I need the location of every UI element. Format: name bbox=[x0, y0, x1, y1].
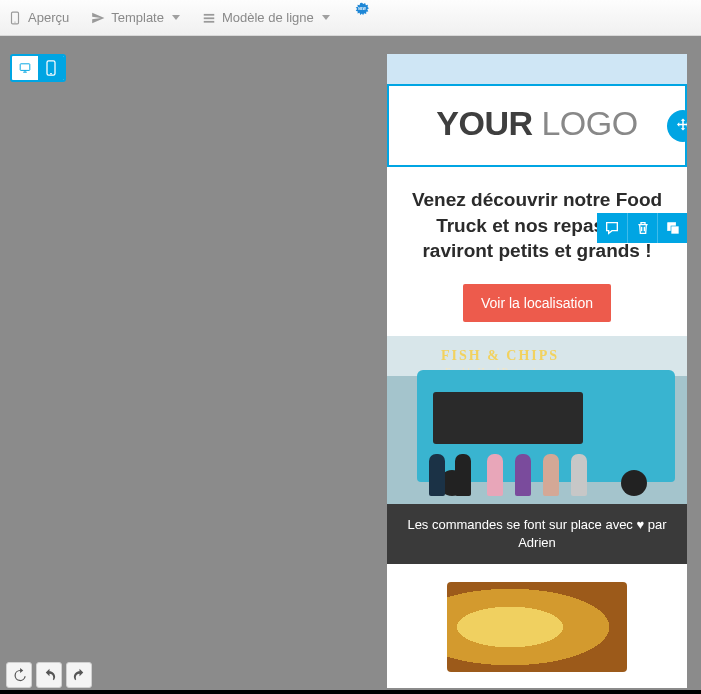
history-controls bbox=[6, 662, 92, 688]
preview-label: Aperçu bbox=[28, 10, 69, 25]
bottom-strip bbox=[0, 690, 701, 694]
svg-rect-2 bbox=[204, 13, 215, 15]
block-actions bbox=[597, 213, 687, 243]
template-label: Template bbox=[111, 10, 164, 25]
trash-icon bbox=[635, 220, 651, 236]
svg-text:NEW: NEW bbox=[358, 7, 365, 11]
move-icon bbox=[674, 117, 687, 135]
food-image[interactable] bbox=[447, 582, 627, 672]
person bbox=[571, 454, 587, 496]
rows-icon bbox=[202, 11, 216, 25]
desktop-view-button[interactable] bbox=[12, 56, 38, 80]
new-badge: NEW bbox=[355, 2, 369, 16]
delete-button[interactable] bbox=[627, 213, 657, 243]
svg-point-1 bbox=[14, 21, 15, 22]
editor-canvas: YOUR LOGO Venez découvrir notre Food Tru… bbox=[0, 36, 701, 694]
truck-sign: FISH & CHIPS bbox=[441, 348, 559, 364]
history-icon bbox=[12, 668, 27, 683]
svg-rect-7 bbox=[20, 64, 30, 71]
undo-icon bbox=[42, 668, 57, 683]
comment-icon bbox=[604, 220, 620, 236]
logo-block[interactable]: YOUR LOGO bbox=[387, 84, 687, 167]
truck-windows bbox=[433, 392, 583, 444]
copy-icon bbox=[665, 220, 681, 236]
cta-button[interactable]: Voir la localisation bbox=[463, 284, 611, 322]
chevron-down-icon bbox=[172, 15, 180, 20]
preview-button[interactable]: Aperçu bbox=[8, 10, 69, 25]
duplicate-button[interactable] bbox=[657, 213, 687, 243]
person bbox=[487, 454, 503, 496]
comment-button[interactable] bbox=[597, 213, 627, 243]
redo-button[interactable] bbox=[66, 662, 92, 688]
footer-caption[interactable]: Les commandes se font sur place avec ♥ p… bbox=[387, 504, 687, 564]
mobile-view-button[interactable] bbox=[38, 56, 64, 80]
move-handle[interactable] bbox=[667, 110, 687, 142]
header-spacer bbox=[387, 54, 687, 84]
mobile-icon bbox=[45, 60, 57, 76]
send-icon bbox=[91, 11, 105, 25]
top-toolbar: Aperçu Template Modèle de ligne NEW bbox=[0, 0, 701, 36]
hero-image[interactable]: FISH & CHIPS Freshly Hand Battered bbox=[387, 336, 687, 504]
person bbox=[543, 454, 559, 496]
logo-light: LOGO bbox=[533, 104, 638, 142]
template-dropdown[interactable]: Template bbox=[91, 10, 180, 25]
chevron-down-icon bbox=[322, 15, 330, 20]
undo-button[interactable] bbox=[36, 662, 62, 688]
svg-rect-3 bbox=[204, 17, 215, 19]
person bbox=[429, 454, 445, 496]
svg-rect-10 bbox=[671, 226, 679, 234]
desktop-icon bbox=[19, 60, 31, 76]
redo-icon bbox=[72, 668, 87, 683]
logo-strong: YOUR bbox=[436, 104, 532, 142]
email-preview: YOUR LOGO Venez découvrir notre Food Tru… bbox=[387, 54, 687, 688]
person bbox=[515, 454, 531, 496]
history-button[interactable] bbox=[6, 662, 32, 688]
device-toggle bbox=[10, 54, 66, 82]
row-model-label: Modèle de ligne bbox=[222, 10, 314, 25]
row-model-dropdown[interactable]: Modèle de ligne bbox=[202, 10, 330, 25]
person bbox=[455, 454, 471, 496]
svg-rect-4 bbox=[204, 20, 215, 22]
truck-wheel bbox=[621, 470, 647, 496]
mobile-icon bbox=[8, 11, 22, 25]
